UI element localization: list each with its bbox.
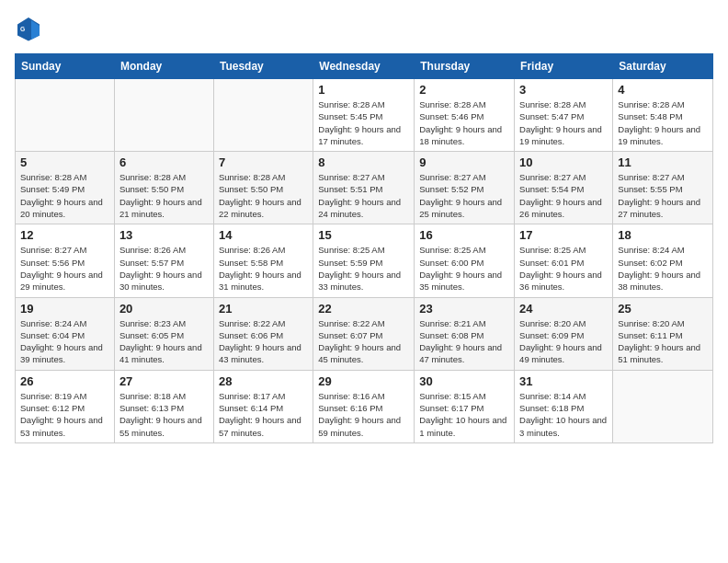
day-info: Sunrise: 8:20 AM Sunset: 6:11 PM Dayligh…	[618, 317, 708, 366]
calendar-cell: 21Sunrise: 8:22 AM Sunset: 6:06 PM Dayli…	[213, 297, 313, 370]
day-number: 14	[219, 228, 308, 242]
day-info: Sunrise: 8:22 AM Sunset: 6:06 PM Dayligh…	[219, 317, 308, 366]
day-info: Sunrise: 8:19 AM Sunset: 6:12 PM Dayligh…	[20, 390, 109, 439]
calendar-cell: 22Sunrise: 8:22 AM Sunset: 6:07 PM Dayli…	[313, 297, 415, 370]
day-number: 19	[20, 302, 109, 316]
calendar-cell: 11Sunrise: 8:27 AM Sunset: 5:55 PM Dayli…	[613, 152, 713, 224]
day-info: Sunrise: 8:20 AM Sunset: 6:09 PM Dayligh…	[519, 317, 608, 366]
svg-marker-1	[31, 20, 40, 40]
day-number: 28	[219, 374, 308, 388]
calendar-cell: 18Sunrise: 8:24 AM Sunset: 6:02 PM Dayli…	[613, 224, 713, 297]
calendar-cell: 23Sunrise: 8:21 AM Sunset: 6:08 PM Dayli…	[415, 297, 515, 370]
day-number: 16	[419, 228, 509, 242]
day-info: Sunrise: 8:16 AM Sunset: 6:16 PM Dayligh…	[318, 390, 409, 439]
calendar-cell: 8Sunrise: 8:27 AM Sunset: 5:51 PM Daylig…	[313, 152, 415, 224]
calendar-cell: 17Sunrise: 8:25 AM Sunset: 6:01 PM Dayli…	[515, 224, 613, 297]
day-number: 8	[318, 155, 409, 169]
day-number: 4	[618, 83, 708, 97]
logo-icon: G	[15, 15, 42, 42]
weekday-header-monday: Monday	[114, 54, 213, 79]
day-number: 10	[519, 155, 608, 169]
calendar-cell: 12Sunrise: 8:27 AM Sunset: 5:56 PM Dayli…	[16, 224, 115, 297]
day-info: Sunrise: 8:18 AM Sunset: 6:13 PM Dayligh…	[119, 390, 209, 439]
day-number: 23	[419, 302, 509, 316]
calendar-cell: 7Sunrise: 8:28 AM Sunset: 5:50 PM Daylig…	[213, 152, 313, 224]
day-number: 21	[219, 302, 308, 316]
svg-text:G: G	[20, 26, 25, 32]
day-info: Sunrise: 8:28 AM Sunset: 5:45 PM Dayligh…	[318, 98, 409, 147]
calendar-cell: 15Sunrise: 8:25 AM Sunset: 5:59 PM Dayli…	[313, 224, 415, 297]
logo: G	[15, 15, 46, 42]
day-number: 3	[519, 83, 608, 97]
calendar-cell: 27Sunrise: 8:18 AM Sunset: 6:13 PM Dayli…	[114, 370, 213, 442]
calendar-cell: 26Sunrise: 8:19 AM Sunset: 6:12 PM Dayli…	[16, 370, 115, 442]
day-info: Sunrise: 8:28 AM Sunset: 5:46 PM Dayligh…	[419, 98, 509, 147]
calendar-week-4: 19Sunrise: 8:24 AM Sunset: 6:04 PM Dayli…	[16, 297, 713, 370]
day-info: Sunrise: 8:27 AM Sunset: 5:51 PM Dayligh…	[318, 171, 409, 220]
day-info: Sunrise: 8:17 AM Sunset: 6:14 PM Dayligh…	[219, 390, 308, 439]
calendar-cell: 14Sunrise: 8:26 AM Sunset: 5:58 PM Dayli…	[213, 224, 313, 297]
calendar-cell: 19Sunrise: 8:24 AM Sunset: 6:04 PM Dayli…	[16, 297, 115, 370]
calendar-cell: 29Sunrise: 8:16 AM Sunset: 6:16 PM Dayli…	[313, 370, 415, 442]
day-number: 30	[419, 374, 509, 388]
day-number: 13	[119, 228, 209, 242]
day-info: Sunrise: 8:14 AM Sunset: 6:18 PM Dayligh…	[519, 390, 608, 439]
day-info: Sunrise: 8:28 AM Sunset: 5:49 PM Dayligh…	[20, 171, 109, 220]
calendar-week-3: 12Sunrise: 8:27 AM Sunset: 5:56 PM Dayli…	[16, 224, 713, 297]
day-info: Sunrise: 8:26 AM Sunset: 5:57 PM Dayligh…	[119, 244, 209, 293]
day-info: Sunrise: 8:25 AM Sunset: 6:01 PM Dayligh…	[519, 244, 608, 293]
day-info: Sunrise: 8:28 AM Sunset: 5:50 PM Dayligh…	[119, 171, 209, 220]
calendar-cell: 10Sunrise: 8:27 AM Sunset: 5:54 PM Dayli…	[515, 152, 613, 224]
calendar-cell: 30Sunrise: 8:15 AM Sunset: 6:17 PM Dayli…	[415, 370, 515, 442]
day-info: Sunrise: 8:24 AM Sunset: 6:04 PM Dayligh…	[20, 317, 109, 366]
page-header: G	[15, 15, 713, 42]
calendar-week-1: 1Sunrise: 8:28 AM Sunset: 5:45 PM Daylig…	[16, 79, 713, 152]
calendar-cell: 3Sunrise: 8:28 AM Sunset: 5:47 PM Daylig…	[515, 79, 613, 152]
weekday-header-friday: Friday	[515, 54, 613, 79]
day-info: Sunrise: 8:27 AM Sunset: 5:52 PM Dayligh…	[419, 171, 509, 220]
calendar-cell: 5Sunrise: 8:28 AM Sunset: 5:49 PM Daylig…	[16, 152, 115, 224]
calendar-cell	[213, 79, 313, 152]
calendar-header-row: SundayMondayTuesdayWednesdayThursdayFrid…	[16, 54, 713, 79]
weekday-header-thursday: Thursday	[415, 54, 515, 79]
day-number: 18	[618, 228, 708, 242]
calendar-cell: 25Sunrise: 8:20 AM Sunset: 6:11 PM Dayli…	[613, 297, 713, 370]
calendar-cell: 24Sunrise: 8:20 AM Sunset: 6:09 PM Dayli…	[515, 297, 613, 370]
calendar-cell	[613, 370, 713, 442]
calendar-cell: 2Sunrise: 8:28 AM Sunset: 5:46 PM Daylig…	[415, 79, 515, 152]
day-number: 17	[519, 228, 608, 242]
calendar-table: SundayMondayTuesdayWednesdayThursdayFrid…	[15, 53, 713, 443]
calendar-cell: 16Sunrise: 8:25 AM Sunset: 6:00 PM Dayli…	[415, 224, 515, 297]
day-info: Sunrise: 8:28 AM Sunset: 5:50 PM Dayligh…	[219, 171, 308, 220]
day-info: Sunrise: 8:24 AM Sunset: 6:02 PM Dayligh…	[618, 244, 708, 293]
day-number: 29	[318, 374, 409, 388]
calendar-cell: 31Sunrise: 8:14 AM Sunset: 6:18 PM Dayli…	[515, 370, 613, 442]
day-number: 24	[519, 302, 608, 316]
day-info: Sunrise: 8:25 AM Sunset: 6:00 PM Dayligh…	[419, 244, 509, 293]
day-number: 15	[318, 228, 409, 242]
day-info: Sunrise: 8:27 AM Sunset: 5:56 PM Dayligh…	[20, 244, 109, 293]
day-number: 7	[219, 155, 308, 169]
day-info: Sunrise: 8:15 AM Sunset: 6:17 PM Dayligh…	[419, 390, 509, 439]
day-info: Sunrise: 8:28 AM Sunset: 5:47 PM Dayligh…	[519, 98, 608, 147]
day-number: 31	[519, 374, 608, 388]
day-number: 27	[119, 374, 209, 388]
day-number: 9	[419, 155, 509, 169]
day-info: Sunrise: 8:28 AM Sunset: 5:48 PM Dayligh…	[618, 98, 708, 147]
calendar-cell: 9Sunrise: 8:27 AM Sunset: 5:52 PM Daylig…	[415, 152, 515, 224]
calendar-cell: 13Sunrise: 8:26 AM Sunset: 5:57 PM Dayli…	[114, 224, 213, 297]
day-number: 22	[318, 302, 409, 316]
day-info: Sunrise: 8:25 AM Sunset: 5:59 PM Dayligh…	[318, 244, 409, 293]
day-info: Sunrise: 8:26 AM Sunset: 5:58 PM Dayligh…	[219, 244, 308, 293]
day-number: 1	[318, 83, 409, 97]
calendar-cell: 4Sunrise: 8:28 AM Sunset: 5:48 PM Daylig…	[613, 79, 713, 152]
day-number: 26	[20, 374, 109, 388]
weekday-header-wednesday: Wednesday	[313, 54, 415, 79]
weekday-header-saturday: Saturday	[613, 54, 713, 79]
day-info: Sunrise: 8:27 AM Sunset: 5:55 PM Dayligh…	[618, 171, 708, 220]
calendar-week-5: 26Sunrise: 8:19 AM Sunset: 6:12 PM Dayli…	[16, 370, 713, 442]
day-number: 25	[618, 302, 708, 316]
calendar-cell	[16, 79, 115, 152]
calendar-cell: 1Sunrise: 8:28 AM Sunset: 5:45 PM Daylig…	[313, 79, 415, 152]
day-number: 12	[20, 228, 109, 242]
